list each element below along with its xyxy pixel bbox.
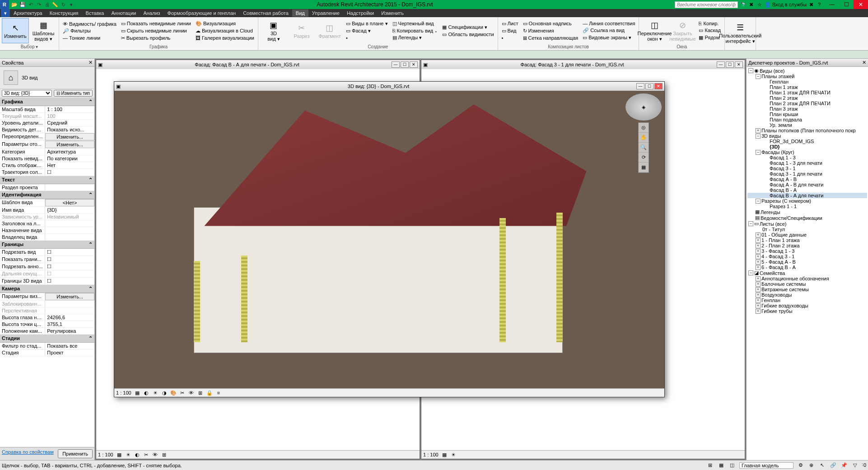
help-icon[interactable]: ? <box>816 1 823 8</box>
ribbon-Переключение-окон-▾[interactable]: ◫Переключениеокон ▾ <box>641 18 668 43</box>
workset-combo[interactable]: Главная модель <box>739 462 793 469</box>
app-menu-icon[interactable]: ▾ <box>1 9 10 17</box>
ribbon-item[interactable]: ✂ Вырезать профиль <box>119 35 193 42</box>
prop-row[interactable]: Высота точки ц...3755,1 <box>0 321 94 328</box>
max-icon[interactable]: ☐ <box>401 61 409 68</box>
vc-shadow-icon[interactable]: ◑ <box>161 390 168 396</box>
qat-redo-icon[interactable]: ↷ <box>35 1 42 8</box>
tree-toggle-icon[interactable]: + <box>756 298 761 303</box>
menu-Управление[interactable]: Управление <box>308 9 343 17</box>
ribbon-3D-вид-▾[interactable]: ▣3Dвид ▾ <box>260 18 287 43</box>
ribbon-item[interactable]: 👁 Видимость/ графика <box>61 21 118 27</box>
ribbon-item[interactable]: — Тонкие линии <box>61 35 118 41</box>
tree-toggle-icon[interactable]: + <box>756 243 761 248</box>
sb-icon[interactable]: ▦ <box>718 462 725 469</box>
tree-toggle-icon[interactable]: + <box>756 260 761 265</box>
prop-group-Камера[interactable]: Камера⌃ <box>0 285 94 293</box>
prop-row[interactable]: Перспективная <box>0 307 94 314</box>
close-icon[interactable]: ✕ <box>735 61 743 68</box>
tree-item[interactable]: План 2 этаж ДЛЯ ПЕЧАТИ <box>747 101 867 106</box>
tree-toggle-icon[interactable]: + <box>756 265 761 270</box>
prop-row[interactable]: Дальняя секуща... <box>0 270 94 278</box>
tree-toggle-icon[interactable]: + <box>756 276 761 281</box>
tree-item[interactable]: План крыши <box>747 112 867 117</box>
ribbon-item[interactable]: ▭ Показать невидимые линии <box>119 20 193 27</box>
scale-label[interactable]: 1 : 100 <box>116 390 131 396</box>
menu-Совместная работа[interactable]: Совместная работа <box>239 9 292 17</box>
properties-close-icon[interactable]: ✕ <box>89 60 93 65</box>
vc-icon[interactable]: ◐ <box>134 451 140 458</box>
tree-item[interactable]: −Фасады (Круг) <box>747 149 867 155</box>
ribbon-item[interactable]: ▭ Видовые экраны ▾ <box>581 34 637 41</box>
prop-group-Границы[interactable]: Границы⌃ <box>0 241 94 249</box>
ribbon-item[interactable]: ⎘ Копировать вид ▾ <box>391 28 440 34</box>
prop-row[interactable]: Фильтр по стад...Показать все <box>0 343 94 349</box>
prop-row[interactable]: КатегорияАрхитектура <box>0 149 94 155</box>
vc-icon[interactable]: ▦ <box>116 451 122 458</box>
prop-row[interactable]: Показать невид...По категории <box>0 155 94 162</box>
qat-print-icon[interactable]: 🖨 <box>43 1 51 8</box>
tree-item[interactable]: План 2 этаж <box>747 95 867 101</box>
tree-toggle-icon[interactable]: − <box>748 68 753 73</box>
sb-filter-icon[interactable]: ▽ <box>851 462 859 469</box>
tree-item[interactable]: Разрез 1 - 1 <box>747 204 867 209</box>
browser-close-icon[interactable]: ✕ <box>862 60 866 65</box>
tree-item[interactable]: +Планы потолков (План потолочного покр <box>747 128 867 133</box>
tree-item[interactable]: −◉Виды (все) <box>747 68 867 74</box>
tree-item[interactable]: Фасад 1 - 3 <box>747 155 867 160</box>
menu-Вид[interactable]: Вид <box>292 9 308 17</box>
tree-item[interactable]: Фасад 3 - 1 для печати <box>747 171 867 177</box>
prop-row[interactable]: Зависимость ур...Независимый <box>0 214 94 220</box>
apply-button[interactable]: Применить <box>58 449 93 458</box>
tree-item[interactable]: {3D} <box>747 144 867 149</box>
menu-Формообразующие и генплан[interactable]: Формообразующие и генплан <box>164 9 240 17</box>
prop-group-Стадии[interactable]: Стадии⌃ <box>0 335 94 343</box>
tree-item[interactable]: Фасад 3 - 1 <box>747 166 867 171</box>
tree-item[interactable]: +Гибкие воздуховоды <box>747 303 867 308</box>
steering-wheel-icon[interactable]: ◎ <box>639 123 649 133</box>
prop-row[interactable]: Переопределен...Изменить... <box>0 133 94 141</box>
tree-item[interactable]: +Воздуховоды <box>747 292 867 298</box>
ribbon-item[interactable]: ☁ Визуализация в Cloud <box>194 28 256 34</box>
tree-toggle-icon[interactable]: − <box>756 74 761 79</box>
properties-help-link[interactable]: Справка по свойствам <box>2 449 54 458</box>
ribbon-item[interactable]: ⎘ Копир. <box>697 20 723 27</box>
prop-row[interactable]: Параметры виз...Изменить... <box>0 293 94 301</box>
minimize-button[interactable]: — <box>825 0 839 9</box>
user-icon[interactable]: 👤 <box>764 1 771 8</box>
ribbon-item[interactable]: • <box>344 35 390 41</box>
qat-more-icon[interactable]: ▾ <box>68 1 75 8</box>
ribbon-item[interactable]: 🎨 Визуализация <box>194 20 256 27</box>
type-selector[interactable]: ⌂ 3D вид <box>0 67 94 89</box>
vc-hide-icon[interactable]: 👁 <box>188 390 195 396</box>
ribbon-item[interactable]: 🖼 Галерея визуализации <box>194 35 256 41</box>
ribbon-item[interactable]: ▭ Область видимости <box>440 31 495 38</box>
tree-item[interactable]: ▦Легенды <box>747 209 867 215</box>
search-input[interactable] <box>675 1 738 8</box>
tree-item[interactable]: +1 - План 1 этажа <box>747 237 867 243</box>
tree-item[interactable]: +01 - Общие данные <box>747 232 867 237</box>
tree-item[interactable]: −▭Листы (все) <box>747 221 867 227</box>
close-icon[interactable]: ✕ <box>410 61 418 68</box>
prop-row[interactable]: Заголовок на л... <box>0 220 94 227</box>
tree-item[interactable]: План подвала <box>747 117 867 122</box>
min-icon[interactable]: — <box>392 61 400 68</box>
qat-open-icon[interactable]: 📂 <box>11 1 18 8</box>
ribbon-item[interactable]: ▭ Скрыть невидимые линии <box>119 28 193 34</box>
prop-row[interactable]: Положение кам...Регулировка <box>0 328 94 335</box>
tree-item[interactable]: Фасад А - В для печати <box>747 182 867 187</box>
login-label[interactable]: Вход в службы <box>772 1 807 8</box>
tree-item[interactable]: −3D виды <box>747 133 867 139</box>
zoom-icon[interactable]: 🔍 <box>639 143 649 153</box>
max-icon[interactable]: ☐ <box>645 83 653 89</box>
prop-row[interactable]: Подрезать вид <box>0 249 94 256</box>
menu-Анализ[interactable]: Анализ <box>140 9 163 17</box>
ribbon-item[interactable]: ▭ Фасад ▾ <box>344 28 390 34</box>
app-logo-icon[interactable]: R <box>0 0 9 9</box>
tree-toggle-icon[interactable]: − <box>756 199 761 204</box>
qat-sync-icon[interactable]: ↻ <box>60 1 67 8</box>
prop-group-Текст[interactable]: Текст⌃ <box>0 176 94 184</box>
tree-item[interactable]: +4 - Фасад 3 - 1 <box>747 254 867 259</box>
tree-toggle-icon[interactable]: + <box>756 303 761 308</box>
prop-row[interactable]: Подрезать анно... <box>0 263 94 270</box>
